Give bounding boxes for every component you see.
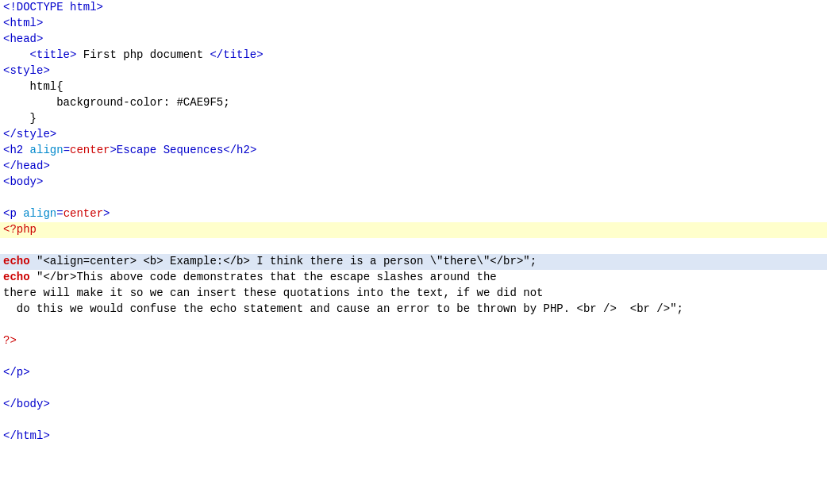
code-line: there will make it so we can insert thes… [0,286,827,302]
code-token: background-color: #CAE9F5; [3,96,230,109]
line-content [0,239,827,252]
line-content: background-color: #CAE9F5; [0,96,827,109]
code-line: <html> [0,16,827,32]
code-line: echo "<align=center> <b> Example:</b> I … [0,254,827,270]
line-content: <head> [0,33,827,45]
code-line: </body> [0,397,827,413]
code-line: <title> First php document </title> [0,48,827,63]
code-token: </p> [3,366,30,379]
code-token: <!DOCTYPE html> [3,1,103,13]
line-content: <title> First php document </title> [0,48,827,61]
code-line: </p> [0,365,827,381]
code-token: </style> [3,128,56,140]
line-content [0,318,827,331]
line-content: </p> [0,366,827,379]
code-token: <title> [30,48,77,61]
code-line: <p align=center> [0,206,827,222]
line-content: <p align=center> [0,207,827,220]
code-line: </html> [0,429,827,444]
code-line: } [0,111,827,127]
line-content: echo "<align=center> <b> Example:</b> I … [0,255,827,267]
line-content: there will make it so we can insert thes… [0,287,827,299]
code-token: First php document [76,48,210,61]
code-token: there will make it so we can insert thes… [3,287,544,299]
code-line: <?php [0,222,827,238]
line-content: <style> [0,64,827,77]
code-token: <h2 [3,144,30,156]
code-line: <body> [0,175,827,190]
code-token: align [30,144,63,156]
code-token: <html> [3,17,43,29]
line-content [0,414,827,426]
code-token: center [63,207,103,220]
code-line [0,349,827,365]
code-line [0,413,827,429]
code-token: <head> [3,33,43,45]
line-content [0,382,827,394]
code-line: <h2 align=center>Escape Sequences</h2> [0,143,827,159]
code-line: <style> [0,63,827,79]
code-token: > [103,207,110,220]
code-token: center [70,144,110,156]
line-content: <h2 align=center>Escape Sequences</h2> [0,144,827,156]
code-token: <body> [3,175,43,188]
code-line: </style> [0,127,827,143]
code-token: = [63,144,70,156]
line-content [0,350,827,363]
line-content: <html> [0,17,827,29]
code-token: "<align=center> <b> Example:</b> I think… [30,255,537,267]
code-token: } [3,112,37,125]
code-line: <!DOCTYPE html> [0,0,827,16]
code-line: do this we would confuse the echo statem… [0,302,827,317]
line-content: </head> [0,160,827,172]
line-content [0,191,827,204]
code-token: </body> [3,398,50,410]
line-content: html{ [0,80,827,93]
code-token: <style> [3,64,50,77]
code-line: ?> [0,333,827,349]
code-line: </head> [0,159,827,175]
code-editor: <!DOCTYPE html><html><head> <title> Firs… [0,0,827,504]
line-content: </style> [0,128,827,140]
line-content: <body> [0,175,827,188]
code-line [0,381,827,397]
line-content: ?> [0,334,827,347]
code-line: html{ [0,79,827,95]
code-line: background-color: #CAE9F5; [0,95,827,111]
line-content: <?php [0,223,827,236]
code-token: </title> [210,48,263,61]
code-line: <head> [0,32,827,48]
code-token: do this we would confuse the echo statem… [3,302,683,315]
line-content: <!DOCTYPE html> [0,1,827,13]
code-line [0,190,827,206]
code-token: <p [3,207,23,220]
code-token: html{ [3,80,63,93]
code-token: >Escape Sequences</h2> [110,144,256,156]
code-token: </html> [3,429,50,442]
code-token: </head> [3,160,50,172]
code-token: align [23,207,56,220]
code-line: echo "</br>This above code demonstrates … [0,270,827,286]
code-token: = [56,207,63,220]
line-content: do this we would confuse the echo statem… [0,302,827,315]
code-token: ?> [3,334,17,347]
line-content: echo "</br>This above code demonstrates … [0,271,827,283]
line-content: } [0,112,827,125]
code-line [0,238,827,254]
code-line [0,317,827,333]
code-token: echo [3,255,30,267]
line-content: </body> [0,398,827,410]
code-token: "</br>This above code demonstrates that … [30,271,497,283]
line-content: </html> [0,429,827,442]
code-token: echo [3,271,30,283]
code-token [3,48,30,61]
code-token: <?php [3,223,37,236]
